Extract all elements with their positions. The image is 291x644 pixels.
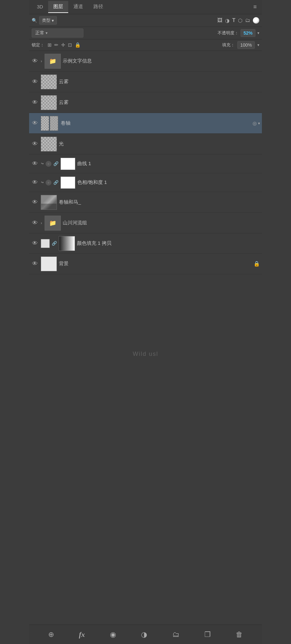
layer-thumbnail: 📁 [45,216,61,231]
layer-name: 光 [59,141,260,147]
adj-circle-icon: ● [46,161,51,167]
eye-icon[interactable]: 👁 [31,179,39,186]
lock-artboard-icon[interactable]: ⊡ [68,42,72,48]
tab-bar: 3D 图层 通道 路径 ≡ [29,0,262,14]
layer-name: 背景 [59,261,252,267]
layer-chevron-icon[interactable]: ▾ [258,121,260,126]
layer-thumbnail [60,176,75,189]
lock-icon: 🔒 [253,261,260,267]
group-layer-icon[interactable]: 🗂 [172,630,179,639]
layer-row[interactable]: 👁 光 [29,134,262,154]
shape-filter-icon[interactable]: ⬡ [238,17,242,24]
filter-dropdown-arrow: ▾ [52,18,54,23]
lock-brush-icon[interactable]: ✏ [54,42,59,48]
clipping-mask-icon[interactable]: ◎ [253,120,257,126]
watermark-text: Wild usl [133,351,158,357]
layer-thumbnail [41,256,57,271]
expand-arrow-icon[interactable]: › [41,59,42,63]
filter-row: 🔍 类型 ▾ 🖼 ◑ T ⬡ 🗂 [29,14,262,27]
blend-mode-label: 正常 [35,30,44,36]
layer-extras: ◎ ▾ [253,120,260,126]
layer-thumbnail [60,158,75,170]
footer-toolbar: ⊕ fx ◉ ◑ 🗂 ❐ 🗑 [29,625,262,644]
filter-type-label: 类型 [42,17,50,23]
color-circle-icon[interactable] [253,17,259,24]
layer-thumbnail [59,236,75,251]
eye-icon[interactable]: 👁 [31,141,39,147]
lock-row: 锁定： ⊞ ✏ ✛ ⊡ 🔒 填充： 100% ▾ [29,40,262,51]
layer-row[interactable]: 👁 卷轴和马_ [29,192,262,213]
layer-name: 颜色填充 1 拷贝 [77,240,260,246]
filter-type-dropdown[interactable]: 类型 ▾ [39,16,57,25]
eye-icon[interactable]: 👁 [31,58,39,64]
delete-layer-icon[interactable]: 🗑 [236,630,243,639]
lock-move-icon[interactable]: ✛ [61,42,65,48]
fill-value[interactable]: 100% [237,41,255,49]
eye-icon[interactable]: 👁 [31,78,39,85]
eye-icon[interactable]: 👁 [31,260,39,267]
text-filter-icon[interactable]: T [232,17,235,23]
search-icon: 🔍 [32,18,37,23]
layers-list: 👁 › 📁 示例文字信息 👁 云雾 👁 云雾 👁 卷轴 [29,51,262,338]
lock-all-icon[interactable]: 🔒 [75,42,81,48]
fill-chevron[interactable]: ▾ [257,43,259,47]
layer-row[interactable]: 👁 背景 🔒 [29,254,262,274]
layer-row[interactable]: 👁 › 📁 示例文字信息 [29,51,262,72]
layer-thumbnail [41,116,59,131]
filter-icons: 🖼 ◑ T ⬡ 🗂 [217,17,259,24]
eye-icon[interactable]: 👁 [31,160,39,167]
chain-icon: 🔗 [52,241,57,246]
add-mask-icon[interactable]: ◉ [110,630,116,639]
adj-circle-icon: ● [46,180,51,186]
layer-row[interactable]: 👁 云雾 [29,72,262,92]
fx-icon[interactable]: fx [79,630,85,639]
layer-name: 山川河流组 [63,220,260,226]
expand-arrow-icon[interactable]: › [41,221,42,225]
layer-row[interactable]: 👁 云雾 [29,92,262,113]
layer-thumbnail: 📁 [45,54,61,69]
link-layers-icon[interactable]: ⊕ [48,630,54,639]
layer-name: 卷轴和马_ [59,199,260,205]
layer-row[interactable]: 👁 ↵ ● 🔗 色相/饱和度 1 [29,173,262,192]
blend-dropdown-chevron: ▾ [46,31,48,35]
blend-mode-row: 正常 ▾ 不透明度： 52% ▾ [29,27,262,40]
image-filter-icon[interactable]: 🖼 [217,17,222,23]
opacity-chevron[interactable]: ▾ [257,31,259,35]
tab-channels[interactable]: 通道 [68,1,88,13]
clipping-arrow-icon: ↵ [41,162,44,166]
layer-name: 卷轴 [61,120,251,126]
tab-layers[interactable]: 图层 [48,1,68,13]
clipping-arrow-icon: ↵ [41,180,44,185]
layer-solid-thumbnail [41,239,50,248]
panel-menu-icon[interactable]: ≡ [251,2,259,12]
adjustment-layer-icon[interactable]: ◑ [141,630,147,639]
layer-row[interactable]: 👁 🔗 颜色填充 1 拷贝 [29,233,262,254]
opacity-label: 不透明度： [218,30,239,36]
adjust-filter-icon[interactable]: 🗂 [245,17,250,23]
layer-name: 曲线 1 [77,161,260,167]
layer-thumbnail [41,195,57,210]
layer-extras: 🔒 [253,261,260,267]
layer-row[interactable]: 👁 › 📁 山川河流组 [29,213,262,233]
eye-icon[interactable]: 👁 [31,220,39,226]
opacity-value[interactable]: 52% [241,29,255,37]
chain-icon: 🔗 [53,161,59,166]
layer-thumbnail [41,95,57,110]
lock-checkerboard-icon[interactable]: ⊞ [48,42,52,48]
circle-filter-icon[interactable]: ◑ [225,17,230,24]
fill-label: 填充： [222,42,235,48]
eye-icon[interactable]: 👁 [31,120,39,127]
layer-row[interactable]: 👁 卷轴 ◎ ▾ [29,113,262,134]
lock-label: 锁定： [32,42,44,48]
layer-row[interactable]: 👁 ↵ ● 🔗 曲线 1 [29,154,262,173]
eye-icon[interactable]: 👁 [31,240,39,247]
tab-3d[interactable]: 3D [32,1,48,13]
eye-icon[interactable]: 👁 [31,199,39,206]
layer-thumbnail [41,74,57,89]
eye-icon[interactable]: 👁 [31,99,39,106]
tab-paths[interactable]: 路径 [88,1,108,13]
new-layer-icon[interactable]: ❐ [204,630,211,639]
layer-name: 云雾 [59,99,260,106]
layer-name: 色相/饱和度 1 [77,179,260,186]
blend-mode-dropdown[interactable]: 正常 ▾ [32,28,83,38]
